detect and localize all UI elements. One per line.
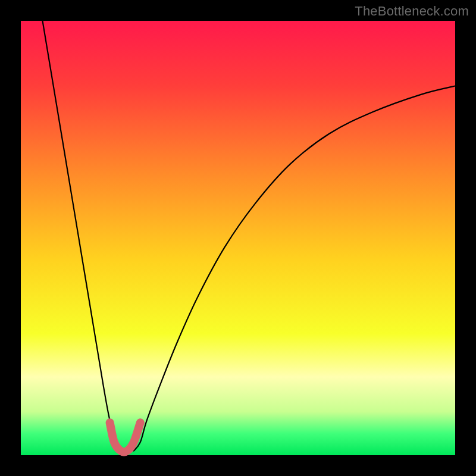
watermark-text: TheBottleneck.com bbox=[355, 4, 469, 19]
chart-frame: TheBottleneck.com bbox=[0, 0, 476, 476]
plot-background bbox=[21, 21, 455, 455]
bottleneck-chart bbox=[0, 0, 476, 476]
